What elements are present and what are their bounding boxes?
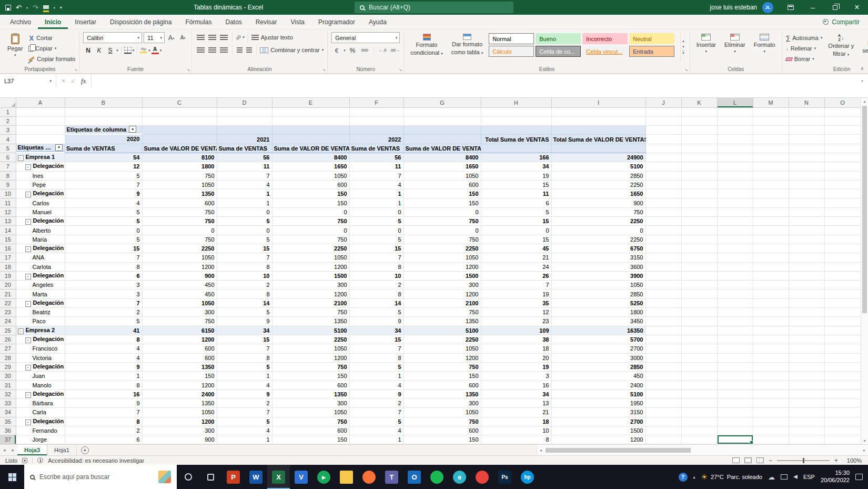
collapse-empresa-2-button[interactable]: - — [18, 328, 24, 334]
ribbon-display-options-icon[interactable] — [780, 0, 802, 15]
cell-I26[interactable]: 5700 — [551, 335, 645, 344]
cell-J3[interactable] — [645, 126, 681, 135]
cell-N15[interactable] — [789, 235, 824, 244]
taskbar-app-edge[interactable]: e — [448, 465, 471, 489]
cell-M27[interactable] — [753, 344, 789, 353]
cell-O16[interactable] — [824, 244, 861, 253]
cell-K26[interactable] — [681, 335, 717, 344]
cell-M14[interactable] — [753, 226, 789, 235]
cell-E13[interactable]: 750 — [272, 217, 349, 226]
user-name[interactable]: jose luis esteban — [710, 4, 757, 11]
cell-F18[interactable]: 8 — [349, 262, 403, 271]
cell-K9[interactable] — [681, 180, 717, 189]
col-header-D[interactable]: D — [217, 98, 272, 107]
cell-C5[interactable]: Suma de VALOR DE VENTAS — [142, 144, 217, 153]
name-box[interactable]: L37 ▾ — [0, 74, 56, 87]
cell-E4[interactable] — [272, 135, 349, 144]
cell-D7[interactable]: 11 — [217, 162, 272, 171]
cell-N26[interactable] — [789, 335, 824, 344]
cell-K36[interactable] — [681, 426, 717, 435]
cell-N28[interactable] — [789, 353, 824, 362]
network-icon[interactable] — [781, 474, 788, 480]
cell-C32[interactable]: 2400 — [142, 390, 217, 398]
cell-F32[interactable]: 9 — [349, 390, 403, 398]
scroll-left-icon[interactable]: ◂ — [538, 448, 543, 453]
paste-button[interactable]: Pegar ▾ — [5, 32, 25, 59]
cell-G23[interactable]: 750 — [403, 308, 481, 317]
save-icon[interactable] — [5, 5, 11, 11]
volume-icon[interactable] — [793, 475, 798, 479]
cell-M37[interactable] — [753, 435, 789, 444]
cell-C37[interactable]: 900 — [142, 435, 217, 444]
zoom-slider-thumb[interactable] — [803, 458, 804, 463]
cell-O32[interactable] — [824, 390, 861, 398]
cell-K33[interactable] — [681, 399, 717, 408]
increase-font-icon[interactable]: A▴ — [166, 33, 176, 43]
cell-O17[interactable] — [824, 253, 861, 262]
cell-D4[interactable]: 2021 — [217, 135, 272, 144]
cell-G19[interactable]: 1500 — [403, 271, 481, 280]
cell-B15[interactable]: 5 — [65, 235, 142, 244]
cell-B28[interactable]: 4 — [65, 353, 142, 362]
cell-I33[interactable]: 1950 — [551, 399, 645, 408]
alignment-dialog-launcher[interactable]: ↘ — [322, 67, 326, 72]
cell-G28[interactable]: 1200 — [403, 353, 481, 362]
cell-M17[interactable] — [753, 253, 789, 262]
cell-K14[interactable] — [681, 226, 717, 235]
cell-D15[interactable]: 5 — [217, 235, 272, 244]
cell-E18[interactable]: 1200 — [272, 262, 349, 271]
fill-color-icon[interactable] — [140, 47, 147, 53]
cell-E31[interactable]: 600 — [272, 381, 349, 390]
col-header-K[interactable]: K — [681, 98, 717, 107]
vertical-scroll-thumb[interactable] — [862, 106, 867, 313]
language-indicator[interactable]: ESP — [803, 474, 815, 480]
format-as-table-button[interactable]: Dar formato como tabla ▾ — [449, 32, 486, 57]
taskbar-app-visio[interactable]: V — [290, 465, 312, 489]
cell-F25[interactable]: 34 — [349, 326, 403, 335]
cell-J7[interactable] — [645, 162, 681, 171]
cell-A2[interactable] — [16, 116, 65, 125]
cell-E27[interactable]: 1050 — [272, 344, 349, 353]
cell-L17[interactable] — [717, 253, 753, 262]
cell-M33[interactable] — [753, 399, 789, 408]
cell-B5[interactable]: Suma de VENTAS — [65, 144, 142, 153]
find-select-button[interactable]: Buscar y seleccionar ▾ — [860, 32, 868, 55]
cell-L21[interactable] — [717, 290, 753, 298]
cell-B22[interactable]: 7 — [65, 298, 142, 307]
cell-I8[interactable]: 2850 — [551, 171, 645, 180]
font-size-select[interactable]: 11▾ — [144, 32, 165, 43]
cell-F36[interactable]: 4 — [349, 426, 403, 435]
cell-K1[interactable] — [681, 107, 717, 116]
cell-A34[interactable]: Carla — [16, 408, 65, 417]
cell-B30[interactable]: 1 — [65, 372, 142, 381]
thousands-icon[interactable]: 000 — [360, 45, 370, 55]
number-dialog-launcher[interactable]: ↘ — [398, 67, 402, 72]
cell-N4[interactable] — [789, 135, 824, 144]
cell-C36[interactable]: 300 — [142, 426, 217, 435]
cell-H32[interactable]: 34 — [481, 390, 551, 398]
decrease-font-icon[interactable]: A▾ — [178, 33, 188, 43]
cell-M10[interactable] — [753, 189, 789, 198]
col-header-L[interactable]: L — [717, 98, 753, 107]
cell-M3[interactable] — [753, 126, 789, 135]
cell-C2[interactable] — [142, 116, 217, 125]
cell-J25[interactable] — [645, 326, 681, 335]
taskbar-app-spotify[interactable] — [426, 465, 448, 489]
cell-H4[interactable]: Total Suma de VENTAS — [481, 135, 551, 144]
cell-M8[interactable] — [753, 171, 789, 180]
cell-K32[interactable] — [681, 390, 717, 398]
col-header-G[interactable]: G — [403, 98, 481, 107]
cell-L12[interactable] — [717, 207, 753, 216]
cell-O14[interactable] — [824, 226, 861, 235]
cell-O22[interactable] — [824, 298, 861, 307]
cell-G36[interactable]: 600 — [403, 426, 481, 435]
cell-C6[interactable]: 8100 — [142, 153, 217, 162]
cell-A3[interactable] — [16, 126, 65, 135]
cell-N34[interactable] — [789, 408, 824, 417]
row-header-13[interactable]: 13 — [0, 217, 16, 226]
cell-O26[interactable] — [824, 335, 861, 344]
cell-K12[interactable] — [681, 207, 717, 216]
cell-K28[interactable] — [681, 353, 717, 362]
cell-style-bueno[interactable]: Bueno — [536, 33, 581, 44]
action-center-icon[interactable] — [855, 474, 863, 480]
